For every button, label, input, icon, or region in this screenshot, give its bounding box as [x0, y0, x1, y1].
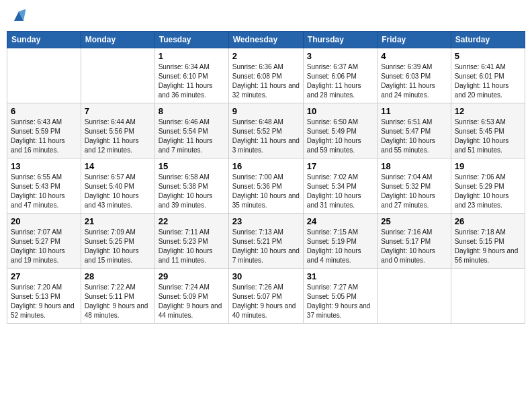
column-header-tuesday: Tuesday — [154, 32, 228, 48]
day-number: 24 — [307, 216, 373, 226]
day-detail: Sunrise: 6:55 AM Sunset: 5:43 PM Dayligh… — [11, 173, 77, 210]
day-detail: Sunrise: 7:07 AM Sunset: 5:27 PM Dayligh… — [11, 228, 77, 265]
logo — [9, 7, 30, 26]
day-detail: Sunrise: 6:34 AM Sunset: 6:10 PM Dayligh… — [159, 62, 225, 100]
day-number: 11 — [381, 106, 447, 116]
day-detail: Sunrise: 6:37 AM Sunset: 6:06 PM Dayligh… — [307, 62, 373, 100]
day-cell: 1Sunrise: 6:34 AM Sunset: 6:10 PM Daylig… — [154, 48, 228, 103]
day-cell — [7, 48, 81, 103]
day-cell: 26Sunrise: 7:18 AM Sunset: 5:15 PM Dayli… — [451, 214, 525, 269]
day-number: 6 — [11, 106, 77, 116]
day-cell: 12Sunrise: 6:53 AM Sunset: 5:45 PM Dayli… — [451, 103, 525, 158]
day-number: 7 — [85, 106, 151, 116]
day-number: 15 — [159, 161, 225, 171]
day-number: 25 — [381, 216, 447, 226]
day-detail: Sunrise: 6:46 AM Sunset: 5:54 PM Dayligh… — [159, 118, 225, 155]
day-detail: Sunrise: 6:58 AM Sunset: 5:38 PM Dayligh… — [159, 173, 225, 210]
day-detail: Sunrise: 7:24 AM Sunset: 5:09 PM Dayligh… — [159, 283, 225, 320]
day-cell: 30Sunrise: 7:26 AM Sunset: 5:07 PM Dayli… — [228, 269, 303, 324]
day-detail: Sunrise: 7:15 AM Sunset: 5:19 PM Dayligh… — [307, 228, 373, 265]
day-cell: 6Sunrise: 6:43 AM Sunset: 5:59 PM Daylig… — [7, 103, 81, 158]
day-number: 30 — [232, 271, 300, 281]
day-detail: Sunrise: 6:44 AM Sunset: 5:56 PM Dayligh… — [85, 118, 151, 155]
day-cell: 13Sunrise: 6:55 AM Sunset: 5:43 PM Dayli… — [7, 158, 81, 214]
day-number: 28 — [85, 271, 151, 281]
day-detail: Sunrise: 6:36 AM Sunset: 6:08 PM Dayligh… — [232, 62, 300, 100]
day-detail: Sunrise: 6:57 AM Sunset: 5:40 PM Dayligh… — [85, 173, 151, 210]
day-cell: 8Sunrise: 6:46 AM Sunset: 5:54 PM Daylig… — [154, 103, 228, 158]
day-number: 17 — [307, 161, 373, 171]
day-number: 16 — [232, 161, 300, 171]
day-cell: 17Sunrise: 7:02 AM Sunset: 5:34 PM Dayli… — [303, 158, 377, 214]
header-row: SundayMondayTuesdayWednesdayThursdayFrid… — [7, 32, 525, 48]
day-number: 23 — [232, 216, 300, 226]
day-cell — [81, 48, 154, 103]
day-number: 9 — [232, 106, 300, 116]
day-cell: 3Sunrise: 6:37 AM Sunset: 6:06 PM Daylig… — [303, 48, 377, 103]
day-number: 20 — [11, 216, 77, 226]
page-header — [7, 7, 525, 26]
day-cell: 20Sunrise: 7:07 AM Sunset: 5:27 PM Dayli… — [7, 214, 81, 269]
day-detail: Sunrise: 7:13 AM Sunset: 5:21 PM Dayligh… — [232, 228, 300, 265]
day-cell: 15Sunrise: 6:58 AM Sunset: 5:38 PM Dayli… — [154, 158, 228, 214]
day-number: 31 — [307, 271, 373, 281]
day-detail: Sunrise: 7:09 AM Sunset: 5:25 PM Dayligh… — [85, 228, 151, 265]
day-number: 27 — [11, 271, 77, 281]
day-number: 10 — [307, 106, 373, 116]
day-number: 18 — [381, 161, 447, 171]
column-header-monday: Monday — [81, 32, 154, 48]
column-header-friday: Friday — [378, 32, 451, 48]
calendar-table: SundayMondayTuesdayWednesdayThursdayFrid… — [7, 31, 525, 324]
day-cell: 24Sunrise: 7:15 AM Sunset: 5:19 PM Dayli… — [303, 214, 377, 269]
day-cell: 5Sunrise: 6:41 AM Sunset: 6:01 PM Daylig… — [451, 48, 525, 103]
day-cell: 2Sunrise: 6:36 AM Sunset: 6:08 PM Daylig… — [228, 48, 303, 103]
week-row-4: 20Sunrise: 7:07 AM Sunset: 5:27 PM Dayli… — [7, 214, 525, 269]
day-cell: 18Sunrise: 7:04 AM Sunset: 5:32 PM Dayli… — [378, 158, 451, 214]
day-cell: 22Sunrise: 7:11 AM Sunset: 5:23 PM Dayli… — [154, 214, 228, 269]
day-detail: Sunrise: 7:27 AM Sunset: 5:05 PM Dayligh… — [307, 283, 373, 320]
day-cell: 4Sunrise: 6:39 AM Sunset: 6:03 PM Daylig… — [378, 48, 451, 103]
day-cell: 16Sunrise: 7:00 AM Sunset: 5:36 PM Dayli… — [228, 158, 303, 214]
day-cell: 9Sunrise: 6:48 AM Sunset: 5:52 PM Daylig… — [228, 103, 303, 158]
day-cell: 27Sunrise: 7:20 AM Sunset: 5:13 PM Dayli… — [7, 269, 81, 324]
day-detail: Sunrise: 7:11 AM Sunset: 5:23 PM Dayligh… — [159, 228, 225, 265]
day-number: 3 — [307, 51, 373, 61]
day-detail: Sunrise: 7:16 AM Sunset: 5:17 PM Dayligh… — [381, 228, 447, 265]
day-cell: 7Sunrise: 6:44 AM Sunset: 5:56 PM Daylig… — [81, 103, 154, 158]
day-cell: 10Sunrise: 6:50 AM Sunset: 5:49 PM Dayli… — [303, 103, 377, 158]
day-cell: 29Sunrise: 7:24 AM Sunset: 5:09 PM Dayli… — [154, 269, 228, 324]
day-number: 4 — [381, 51, 447, 61]
week-row-1: 1Sunrise: 6:34 AM Sunset: 6:10 PM Daylig… — [7, 48, 525, 103]
day-detail: Sunrise: 6:53 AM Sunset: 5:45 PM Dayligh… — [455, 118, 521, 155]
day-detail: Sunrise: 7:20 AM Sunset: 5:13 PM Dayligh… — [11, 283, 77, 320]
day-detail: Sunrise: 7:06 AM Sunset: 5:29 PM Dayligh… — [455, 173, 521, 210]
day-detail: Sunrise: 6:51 AM Sunset: 5:47 PM Dayligh… — [381, 118, 447, 155]
column-header-wednesday: Wednesday — [228, 32, 303, 48]
day-detail: Sunrise: 6:50 AM Sunset: 5:49 PM Dayligh… — [307, 118, 373, 155]
day-detail: Sunrise: 7:26 AM Sunset: 5:07 PM Dayligh… — [232, 283, 300, 320]
week-row-5: 27Sunrise: 7:20 AM Sunset: 5:13 PM Dayli… — [7, 269, 525, 324]
day-number: 13 — [11, 161, 77, 171]
day-number: 1 — [159, 51, 225, 61]
column-header-saturday: Saturday — [451, 32, 525, 48]
day-cell — [451, 269, 525, 324]
day-cell — [378, 269, 451, 324]
day-cell: 25Sunrise: 7:16 AM Sunset: 5:17 PM Dayli… — [378, 214, 451, 269]
column-header-sunday: Sunday — [7, 32, 81, 48]
logo-icon — [9, 7, 28, 26]
day-detail: Sunrise: 7:00 AM Sunset: 5:36 PM Dayligh… — [232, 173, 300, 210]
day-cell: 28Sunrise: 7:22 AM Sunset: 5:11 PM Dayli… — [81, 269, 154, 324]
day-cell: 19Sunrise: 7:06 AM Sunset: 5:29 PM Dayli… — [451, 158, 525, 214]
day-number: 12 — [455, 106, 521, 116]
day-detail: Sunrise: 7:22 AM Sunset: 5:11 PM Dayligh… — [85, 283, 151, 320]
day-detail: Sunrise: 6:41 AM Sunset: 6:01 PM Dayligh… — [455, 62, 521, 100]
day-number: 19 — [455, 161, 521, 171]
day-cell: 31Sunrise: 7:27 AM Sunset: 5:05 PM Dayli… — [303, 269, 377, 324]
week-row-3: 13Sunrise: 6:55 AM Sunset: 5:43 PM Dayli… — [7, 158, 525, 214]
day-number: 8 — [159, 106, 225, 116]
day-detail: Sunrise: 6:43 AM Sunset: 5:59 PM Dayligh… — [11, 118, 77, 155]
day-number: 26 — [455, 216, 521, 226]
day-detail: Sunrise: 7:18 AM Sunset: 5:15 PM Dayligh… — [455, 228, 521, 265]
day-detail: Sunrise: 7:04 AM Sunset: 5:32 PM Dayligh… — [381, 173, 447, 210]
day-number: 14 — [85, 161, 151, 171]
